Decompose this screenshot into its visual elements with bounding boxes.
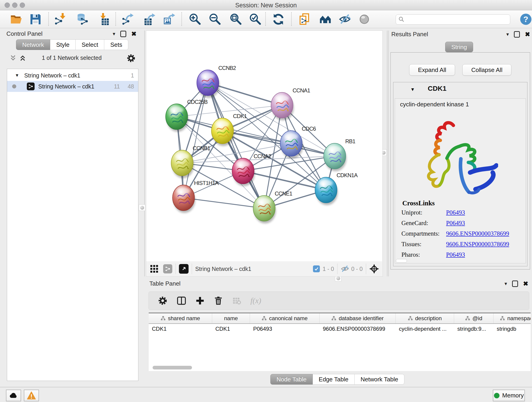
create-column-icon[interactable] — [196, 296, 205, 305]
save-session-icon[interactable] — [29, 13, 42, 26]
panel-close-icon[interactable]: ✖ — [131, 31, 137, 37]
crosslink-link[interactable]: P06493 — [446, 220, 465, 227]
tab-style[interactable]: Style — [50, 39, 76, 50]
panel-float-icon[interactable] — [514, 31, 520, 38]
control-panel-title: Control Panel — [6, 30, 43, 37]
column-header-shared-name[interactable]: shared name — [149, 313, 212, 323]
cloud-status-button[interactable] — [6, 390, 21, 401]
tab-select[interactable]: Select — [76, 39, 104, 50]
birds-eye-view-icon[interactable] — [150, 264, 158, 273]
table-options-gear-icon[interactable] — [158, 296, 167, 306]
selected-checkbox-icon[interactable] — [313, 265, 320, 272]
panel-float-icon[interactable] — [120, 31, 126, 37]
expand-all-button[interactable]: Expand All — [409, 64, 455, 76]
panel-close-icon[interactable]: ✖ — [525, 32, 530, 37]
crosslink-label: Compartments: — [401, 230, 446, 237]
column-header-canonical-name[interactable]: canonical name — [250, 313, 320, 323]
table-cell[interactable]: P06493 — [250, 324, 320, 334]
zoom-selected-icon[interactable] — [248, 13, 262, 26]
panel-float-icon[interactable] — [512, 281, 518, 287]
search-field[interactable] — [396, 14, 510, 25]
import-table-file-icon[interactable] — [98, 13, 111, 26]
column-header-database-identifier[interactable]: database identifier — [320, 313, 396, 323]
memory-label: Memory — [502, 392, 524, 399]
first-neighbors-icon[interactable] — [319, 13, 332, 26]
delete-column-icon[interactable] — [214, 296, 223, 305]
table-row[interactable]: CDK1CDK1P064939606.ENSP00000378699cyclin… — [149, 324, 531, 334]
crosslink-link[interactable]: P06493 — [446, 251, 465, 258]
warnings-button[interactable] — [24, 390, 39, 401]
hide-selected-icon[interactable] — [338, 13, 351, 26]
toolbar-separator — [265, 12, 266, 26]
svg-text:CDC25B: CDC25B — [187, 99, 208, 105]
crosslink-row: Uniprot: P06493 — [401, 209, 520, 216]
column-header-description[interactable]: description — [396, 313, 454, 323]
import-network-database-icon[interactable] — [76, 13, 89, 26]
collapse-all-networks-icon[interactable] — [9, 54, 17, 62]
expand-all-networks-icon[interactable] — [19, 54, 27, 62]
table-cell[interactable]: CDK1 — [149, 324, 212, 334]
tab-network-table[interactable]: Network Table — [355, 374, 404, 385]
main-toolbar: ? — [0, 10, 532, 28]
open-file-icon[interactable] — [10, 13, 23, 26]
column-type-icon — [262, 316, 267, 321]
right-splitter[interactable] — [387, 31, 387, 276]
column-header--id[interactable]: @id — [454, 313, 494, 323]
tab-node-table[interactable]: Node Table — [270, 374, 313, 385]
import-network-file-icon[interactable] — [54, 13, 67, 26]
zoom-out-icon[interactable] — [208, 13, 221, 26]
open-in-window-icon[interactable] — [179, 264, 189, 274]
search-input[interactable] — [396, 14, 510, 25]
zoom-in-icon[interactable] — [188, 13, 201, 26]
network-row[interactable]: String Network – cdk1 11 48 — [7, 81, 138, 92]
column-type-icon — [465, 316, 470, 321]
table-cell[interactable]: CDK1 — [212, 324, 250, 334]
crosslink-label: Uniprot: — [401, 209, 446, 216]
table-horizontal-scrollbar[interactable] — [152, 366, 192, 370]
network-collection-row[interactable]: ▼ String Network – cdk1 1 — [7, 70, 138, 81]
show-columns-icon[interactable] — [177, 296, 186, 306]
network-canvas[interactable]: CCNB2CCNA1CDC25BCDK1CDC6RB1CCNB1CCNA2CDK… — [146, 31, 383, 262]
left-splitter-handle[interactable] — [139, 204, 145, 211]
crosslink-link[interactable]: P06493 — [446, 209, 465, 216]
node-table[interactable]: shared namenamecanonical namedatabase id… — [149, 313, 531, 371]
column-header-namespac[interactable]: namespac — [494, 313, 531, 323]
section-collapse-icon[interactable]: ▼ — [410, 87, 415, 92]
crosslink-link[interactable]: 9606.ENSP00000378699 — [446, 230, 509, 237]
hidden-eye-icon[interactable] — [341, 265, 349, 273]
export-image-icon[interactable] — [162, 13, 176, 26]
refresh-icon[interactable] — [272, 13, 285, 26]
help-icon[interactable]: ? — [519, 13, 532, 26]
string-results-container: Expand All Collapse All ▼ CDK1 cyclin-de… — [390, 52, 530, 269]
collection-expand-icon[interactable]: ▼ — [15, 73, 19, 78]
table-cell[interactable]: stringdb:9... — [454, 324, 494, 334]
export-network-icon[interactable] — [121, 13, 134, 26]
search-icon — [399, 17, 404, 22]
panel-menu-icon[interactable]: ▾ — [506, 32, 509, 37]
memory-button[interactable]: Memory — [493, 390, 525, 401]
network-view-title: String Network – cdk1 — [195, 266, 251, 272]
crosslinks-scrollbar[interactable] — [396, 259, 407, 263]
tab-string[interactable]: String — [445, 42, 473, 52]
fit-content-crosshair-icon[interactable] — [369, 264, 379, 274]
crosslink-link[interactable]: 9606.ENSP00000378699 — [446, 241, 509, 248]
table-cell[interactable]: cyclin-dependent ... — [396, 324, 454, 334]
panel-close-icon[interactable]: ✖ — [523, 281, 528, 287]
column-header-name[interactable]: name — [212, 313, 250, 323]
left-splitter[interactable] — [144, 31, 145, 276]
tab-network[interactable]: Network — [16, 39, 50, 50]
control-panel-tabs: Network Style Select Sets — [16, 39, 128, 50]
zoom-fit-icon[interactable] — [229, 13, 242, 26]
clone-network-icon[interactable] — [298, 13, 311, 26]
collapse-all-button[interactable]: Collapse All — [462, 64, 511, 76]
window-title: Session: New Session — [0, 2, 532, 9]
panel-menu-icon[interactable]: ▾ — [113, 32, 115, 36]
tab-edge-table[interactable]: Edge Table — [313, 374, 355, 385]
tab-sets[interactable]: Sets — [104, 39, 128, 50]
table-cell[interactable]: 9606.ENSP00000378699 — [320, 324, 396, 334]
network-options-gear-icon[interactable] — [127, 54, 136, 63]
show-all-icon[interactable] — [358, 13, 371, 26]
panel-menu-icon[interactable]: ▾ — [505, 281, 507, 286]
table-cell[interactable]: stringdb — [494, 324, 531, 334]
export-table-icon[interactable] — [143, 13, 156, 26]
